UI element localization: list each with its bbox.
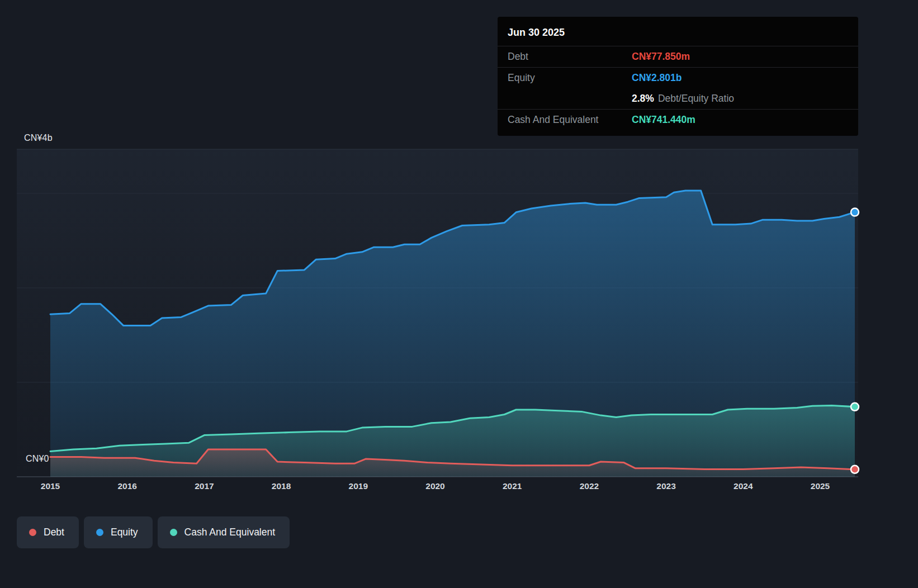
x-tick-label: 2023	[656, 481, 675, 491]
x-tick-label: 2019	[349, 481, 368, 491]
x-tick-label: 2024	[734, 481, 753, 491]
legend-debt-label: Debt	[44, 527, 64, 538]
equity-dot-icon	[96, 529, 103, 536]
tooltip-row-equity: Equity CN¥2.801b	[498, 67, 858, 88]
legend: Debt Equity Cash And Equivalent	[17, 516, 290, 548]
legend-cash-label: Cash And Equivalent	[184, 527, 275, 538]
tooltip-cash-value: CN¥741.440m	[632, 114, 695, 126]
cash-dot-icon	[170, 529, 177, 536]
tooltip-row-debt: Debt CN¥77.850m	[498, 46, 858, 67]
legend-item-cash[interactable]: Cash And Equivalent	[158, 516, 290, 548]
tooltip-ratio-percent: 2.8%	[632, 93, 654, 104]
x-tick-label: 2021	[503, 481, 522, 491]
y-axis-min-label: CN¥0	[26, 454, 49, 464]
legend-item-debt[interactable]: Debt	[17, 516, 79, 548]
tooltip-row-cash: Cash And Equivalent CN¥741.440m	[498, 109, 858, 130]
x-tick-label: 2016	[117, 481, 136, 491]
tooltip-date: Jun 30 2025	[498, 23, 858, 46]
tooltip-row-ratio: 2.8%Debt/Equity Ratio	[498, 88, 858, 109]
legend-equity-label: Equity	[111, 527, 138, 538]
tooltip-equity-value: CN¥2.801b	[632, 72, 682, 84]
tooltip-debt-value: CN¥77.850m	[632, 51, 690, 63]
tooltip-card: Jun 30 2025 Debt CN¥77.850m Equity CN¥2.…	[498, 17, 858, 136]
legend-item-equity[interactable]: Equity	[84, 516, 153, 548]
tooltip-cash-label: Cash And Equivalent	[508, 114, 632, 126]
x-tick-label: 2020	[425, 481, 444, 491]
x-tick-label: 2017	[195, 481, 214, 491]
y-axis-max-label: CN¥4b	[24, 133, 53, 143]
debt-dot-icon	[29, 529, 36, 536]
x-tick-label: 2022	[580, 481, 599, 491]
x-axis: 2015201620172018201920202021202220232024…	[0, 481, 918, 496]
tooltip-debt-label: Debt	[508, 51, 632, 63]
chart-root: CN¥4b CN¥0 20152016201720182019202020212…	[0, 0, 918, 588]
x-tick-label: 2018	[272, 481, 291, 491]
x-tick-label: 2015	[41, 481, 60, 491]
x-tick-label: 2025	[811, 481, 830, 491]
tooltip-equity-label: Equity	[508, 72, 632, 84]
tooltip-ratio-label: Debt/Equity Ratio	[658, 93, 734, 104]
